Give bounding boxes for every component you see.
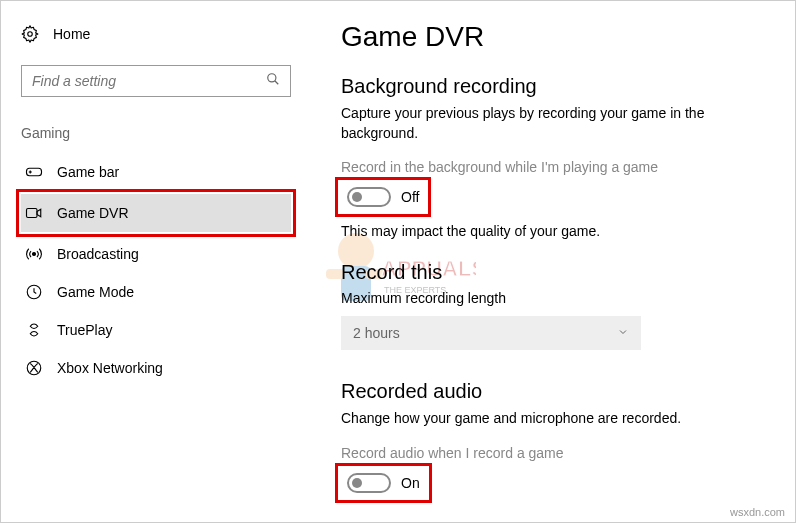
svg-point-13 bbox=[33, 253, 36, 256]
sidebar-item-label: TruePlay bbox=[57, 322, 113, 338]
record-this-label: Maximum recording length bbox=[341, 290, 765, 306]
xbox-icon bbox=[25, 359, 43, 377]
search-input[interactable] bbox=[32, 73, 266, 89]
chevron-down-icon bbox=[617, 325, 629, 341]
game-dvr-icon bbox=[25, 204, 43, 222]
sidebar-item-label: Game Mode bbox=[57, 284, 134, 300]
svg-rect-12 bbox=[27, 209, 38, 218]
recorded-audio-toggle[interactable] bbox=[347, 473, 391, 493]
bg-recording-heading: Background recording bbox=[341, 75, 765, 98]
bg-recording-toggle[interactable] bbox=[347, 187, 391, 207]
svg-point-6 bbox=[28, 32, 33, 37]
main-content: Game DVR Background recording Capture yo… bbox=[311, 1, 795, 522]
bg-recording-toggle-label: Record in the background while I'm playi… bbox=[341, 159, 765, 175]
broadcasting-icon bbox=[25, 245, 43, 263]
bg-recording-toggle-value: Off bbox=[401, 189, 419, 205]
sidebar-item-xbox-networking[interactable]: Xbox Networking bbox=[21, 349, 291, 387]
home-label: Home bbox=[53, 26, 90, 42]
bg-recording-desc: Capture your previous plays by recording… bbox=[341, 104, 765, 143]
watermark-text: wsxdn.com bbox=[730, 506, 785, 518]
sidebar-item-label: Game DVR bbox=[57, 205, 129, 221]
sidebar-item-label: Game bar bbox=[57, 164, 119, 180]
record-length-select[interactable]: 2 hours bbox=[341, 316, 641, 350]
search-icon bbox=[266, 72, 280, 90]
bg-recording-note: This may impact the quality of your game… bbox=[341, 223, 765, 239]
sidebar-item-label: Xbox Networking bbox=[57, 360, 163, 376]
recorded-audio-toggle-value: On bbox=[401, 475, 420, 491]
home-button[interactable]: Home bbox=[21, 21, 291, 47]
page-title: Game DVR bbox=[341, 21, 765, 53]
gear-icon bbox=[21, 25, 39, 43]
record-length-value: 2 hours bbox=[353, 325, 400, 341]
sidebar-item-game-dvr[interactable]: Game DVR bbox=[21, 194, 291, 232]
recorded-audio-desc: Change how your game and microphone are … bbox=[341, 409, 765, 429]
category-heading: Gaming bbox=[21, 125, 291, 141]
game-bar-icon bbox=[25, 163, 43, 181]
game-mode-icon bbox=[25, 283, 43, 301]
sidebar-item-broadcasting[interactable]: Broadcasting bbox=[21, 235, 291, 273]
sidebar: Home Gaming Game bar bbox=[1, 1, 311, 522]
trueplay-icon bbox=[25, 321, 43, 339]
sidebar-item-game-bar[interactable]: Game bar bbox=[21, 153, 291, 191]
sidebar-item-trueplay[interactable]: TruePlay bbox=[21, 311, 291, 349]
sidebar-item-label: Broadcasting bbox=[57, 246, 139, 262]
recorded-audio-toggle-label: Record audio when I record a game bbox=[341, 445, 765, 461]
record-this-heading: Record this bbox=[341, 261, 765, 284]
sidebar-item-game-mode[interactable]: Game Mode bbox=[21, 273, 291, 311]
svg-point-7 bbox=[268, 74, 276, 82]
recorded-audio-heading: Recorded audio bbox=[341, 380, 765, 403]
svg-line-8 bbox=[275, 81, 279, 85]
search-input-container[interactable] bbox=[21, 65, 291, 97]
